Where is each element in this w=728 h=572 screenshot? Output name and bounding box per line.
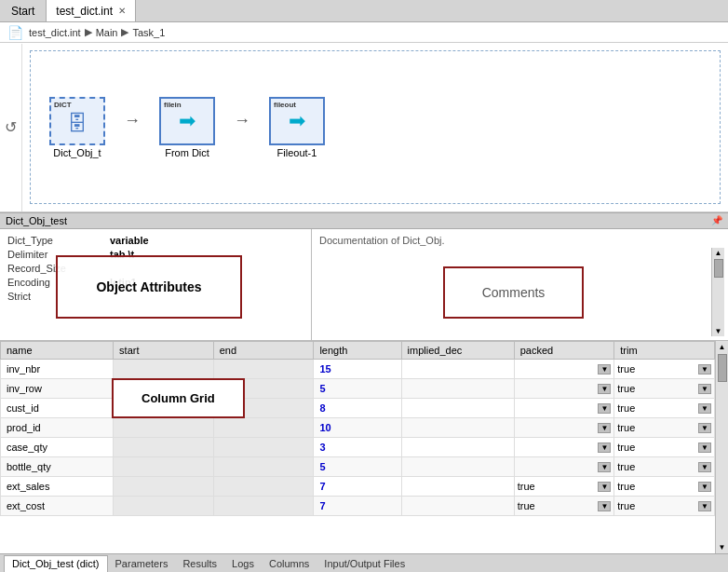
bottom-tab-columns[interactable]: Columns [262,555,317,572]
bottom-tab-parameters[interactable]: Parameters [108,555,176,572]
breadcrumb: 📄 test_dict.int ▶ Main ▶ Task_1 [0,22,728,43]
col-header-name: name [1,342,114,360]
bottom-tab-input-output[interactable]: Input/Output Files [317,555,412,572]
trim-dropdown-icon[interactable]: ▼ [698,501,711,511]
flow-arrow-1: → [124,111,141,130]
tab-start[interactable]: Start [0,0,47,21]
bottom-tab-logs[interactable]: Logs [224,555,262,572]
filein-icon: ➡ [179,109,195,133]
scroll-down-icon[interactable]: ▼ [714,326,723,336]
packed-dropdown-icon[interactable]: ▼ [598,403,611,414]
table-row: prod_id10▼true▼ [1,418,715,438]
close-icon[interactable]: ✕ [118,6,126,16]
breadcrumb-icon: 📄 [7,25,23,40]
pin-icon[interactable]: 📌 [711,215,722,226]
packed-dropdown-icon[interactable]: ▼ [598,364,611,375]
bottom-tab-results[interactable]: Results [175,555,224,572]
object-attributes-box: Object Attributes [56,255,242,319]
trim-dropdown-icon[interactable]: ▼ [698,403,711,414]
col-header-end: end [213,342,314,360]
table-row: case_qty3▼true▼ [1,438,715,457]
grid-scroll-thumb [718,354,727,382]
table-row: inv_nbr15▼true▼ [1,360,715,379]
filein-label: filein [164,101,182,109]
trim-dropdown-icon[interactable]: ▼ [698,462,711,472]
col-header-start: start [114,342,214,360]
comments-section: Documentation of Dict_Obj. Comments ▲ ▼ [312,229,728,340]
packed-dropdown-icon[interactable]: ▼ [598,384,611,394]
flow-canvas: DICT 🗄 Dict_Obj_t → filein ➡ From Dict →… [30,50,721,204]
node-caption-filein: From Dict [165,147,209,158]
attributes-section: Dict_Type variable Delimiter tab \t Reco… [0,229,312,340]
trim-dropdown-icon[interactable]: ▼ [698,482,711,492]
table-row: ext_cost7true▼true▼ [1,497,715,516]
bottom-tabs: Dict_Obj_test (dict) Parameters Results … [0,553,728,572]
object-attributes-label: Object Attributes [96,279,201,294]
scroll-up-icon[interactable]: ▲ [714,248,723,258]
refresh-button[interactable]: ↺ [0,44,22,211]
breadcrumb-sep-1: ▶ [85,26,92,38]
trim-dropdown-icon[interactable]: ▼ [698,384,711,394]
grid-scroll-up-icon[interactable]: ▲ [717,341,728,353]
doc-label: Documentation of Dict_Obj. [316,233,724,248]
grid-scroll-down-icon[interactable]: ▼ [717,541,728,553]
properties-panel: Dict_Obj_test 📌 Dict_Type variable Delim… [0,212,728,553]
packed-dropdown-icon[interactable]: ▼ [598,462,611,472]
v-scroll-comments[interactable]: ▲ ▼ [711,248,724,336]
trim-dropdown-icon[interactable]: ▼ [698,423,711,433]
table-row: ext_sales7true▼true▼ [1,477,715,497]
fileout-icon: ➡ [289,109,305,133]
comments-box: Comments [443,266,585,319]
column-grid-label-box: Column Grid [112,378,245,418]
packed-dropdown-icon[interactable]: ▼ [598,501,611,511]
v-scroll-grid[interactable]: ▲ ▼ [715,341,728,553]
dict-label: DICT [54,101,72,109]
panel-title-bar: Dict_Obj_test 📌 [0,212,728,229]
column-grid: name start end length implied_dec packed… [0,341,728,553]
node-dict[interactable]: DICT 🗄 Dict_Obj_t [49,97,105,158]
bottom-tab-dict[interactable]: Dict_Obj_test (dict) [4,555,108,572]
packed-dropdown-icon[interactable]: ▼ [598,482,611,492]
tab-test-dict[interactable]: test_dict.int ✕ [47,0,136,21]
col-header-packed: packed [514,342,614,360]
packed-dropdown-icon[interactable]: ▼ [598,443,611,453]
col-header-implied-dec: implied_dec [401,342,514,360]
node-fileout[interactable]: fileout ➡ Fileout-1 [269,97,325,158]
trim-dropdown-icon[interactable]: ▼ [698,443,711,453]
flow-arrow-2: → [234,111,250,130]
attr-row-dicttype: Dict_Type variable [7,235,303,246]
node-caption-dict: Dict_Obj_t [53,147,101,158]
breadcrumb-sep-2: ▶ [121,26,128,38]
col-header-length: length [314,342,401,360]
packed-dropdown-icon[interactable]: ▼ [598,423,611,433]
dict-icon: 🗄 [67,112,88,136]
table-row: inv_row5▼true▼ [1,379,715,399]
comments-label: Comments [482,285,546,300]
col-header-trim: trim [614,342,715,360]
table-row: cust_id8▼true▼ [1,399,715,418]
scroll-thumb [714,259,723,278]
refresh-icon: ↺ [5,118,17,136]
node-caption-fileout: Fileout-1 [277,147,317,158]
trim-dropdown-icon[interactable]: ▼ [698,364,711,375]
canvas-area: ↺ DICT 🗄 Dict_Obj_t → filein ➡ From Dict… [0,43,728,212]
table-row: bottle_qty5▼true▼ [1,457,715,477]
grid-table: name start end length implied_dec packed… [0,341,715,516]
node-filein[interactable]: filein ➡ From Dict [159,97,215,158]
fileout-label: fileout [274,101,296,109]
